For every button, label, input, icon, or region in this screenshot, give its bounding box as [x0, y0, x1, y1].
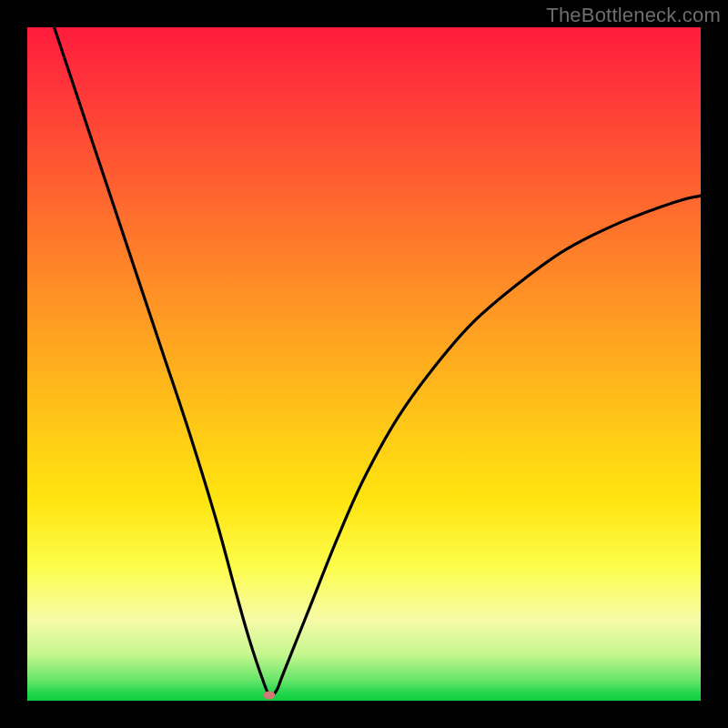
minimum-marker — [264, 692, 276, 700]
watermark-text: TheBottleneck.com — [546, 4, 721, 27]
bottleneck-curve — [27, 27, 701, 701]
plot-area — [27, 27, 701, 701]
chart-frame: TheBottleneck.com — [0, 0, 728, 728]
